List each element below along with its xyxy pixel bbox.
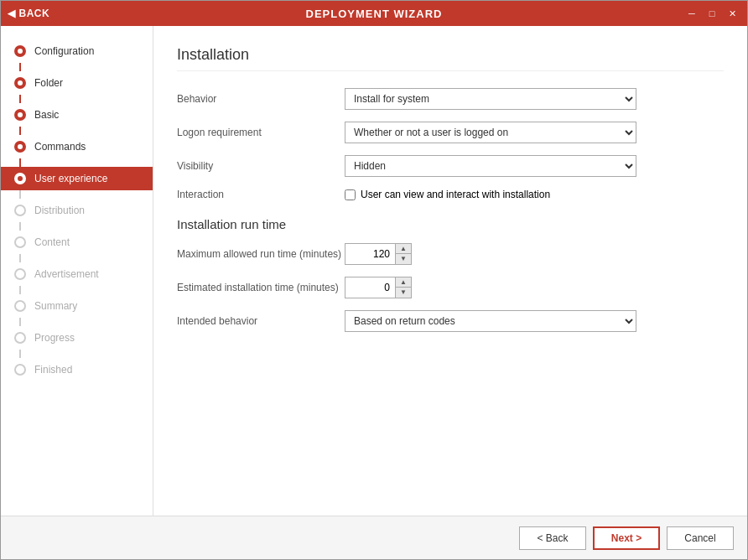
sidebar-circle-user-experience (14, 173, 26, 184)
footer: < Back Next > Cancel (1, 516, 747, 559)
est-time-spinner: ▲ ▼ (345, 277, 724, 298)
max-runtime-up-button[interactable]: ▲ (396, 244, 411, 254)
next-button[interactable]: Next > (593, 526, 660, 550)
max-runtime-spinner-btns: ▲ ▼ (395, 243, 412, 265)
back-label: BACK (19, 8, 50, 19)
visibility-row: Visibility Hidden Normal Minimized Maxim… (177, 155, 724, 177)
visibility-select[interactable]: Hidden Normal Minimized Maximized (345, 155, 636, 177)
est-time-spinner-btns: ▲ ▼ (395, 277, 412, 298)
sidebar-item-distribution: Distribution (1, 199, 153, 222)
title-bar: ◀ BACK DEPLOYMENT WIZARD ─ □ ✕ (1, 1, 747, 26)
sidebar-circle-finished (14, 364, 26, 376)
sidebar-label-content: Content (34, 236, 70, 248)
cancel-button[interactable]: Cancel (667, 526, 734, 550)
connector-10 (19, 350, 21, 358)
window-controls: ─ □ ✕ (683, 6, 740, 21)
intended-behavior-label: Intended behavior (177, 315, 345, 327)
main-panel: Installation Behavior Install for system… (153, 26, 747, 516)
back-arrow-icon: ◀ (8, 8, 16, 19)
sidebar-item-folder[interactable]: Folder (1, 71, 153, 95)
sidebar-label-folder: Folder (34, 77, 63, 89)
sidebar-circle-content (14, 236, 26, 248)
visibility-label: Visibility (177, 160, 345, 172)
behavior-control: Install for system Install for user Inst… (345, 88, 724, 110)
sidebar-item-basic[interactable]: Basic (1, 103, 153, 127)
maximize-button[interactable]: □ (704, 6, 720, 21)
interaction-checkbox-label: User can view and interact with installa… (361, 189, 550, 200)
interaction-control: User can view and interact with installa… (345, 189, 724, 200)
sidebar-label-user-experience: User experience (34, 173, 107, 184)
connector-8 (19, 286, 21, 294)
est-time-up-button[interactable]: ▲ (396, 277, 411, 288)
back-button[interactable]: ◀ BACK (8, 8, 49, 19)
connector-1 (19, 63, 21, 71)
content-area: Configuration Folder Basic Commands User… (1, 26, 747, 516)
sidebar-label-finished: Finished (34, 364, 72, 376)
connector-5 (19, 190, 21, 199)
sidebar-label-configuration: Configuration (34, 45, 94, 57)
est-time-down-button[interactable]: ▼ (396, 288, 411, 298)
sidebar-label-progress: Progress (34, 332, 75, 344)
max-runtime-spinner: ▲ ▼ (345, 243, 724, 265)
connector-3 (19, 127, 21, 135)
subsection-title: Installation run time (177, 217, 724, 231)
sidebar-label-summary: Summary (34, 300, 77, 312)
window-title: DEPLOYMENT WIZARD (306, 8, 443, 20)
max-runtime-down-button[interactable]: ▼ (396, 254, 411, 264)
est-time-label: Estimated installation time (minutes) (177, 282, 345, 293)
title-bar-left: ◀ BACK (8, 8, 49, 19)
connector-2 (19, 95, 21, 103)
sidebar-circle-summary (14, 300, 26, 312)
close-button[interactable]: ✕ (724, 6, 740, 21)
sidebar-item-content: Content (1, 231, 153, 254)
behavior-row: Behavior Install for system Install for … (177, 88, 724, 110)
sidebar-item-user-experience[interactable]: User experience (1, 167, 153, 190)
max-runtime-control: ▲ ▼ (345, 243, 724, 265)
sidebar-circle-distribution (14, 205, 26, 216)
sidebar-circle-commands (14, 141, 26, 153)
logon-row: Logon requirement Whether or not a user … (177, 122, 724, 143)
sidebar-item-configuration[interactable]: Configuration (1, 39, 153, 63)
max-runtime-input[interactable] (345, 243, 395, 265)
back-footer-button[interactable]: < Back (519, 526, 586, 550)
sidebar-item-advertisement: Advertisement (1, 262, 153, 286)
visibility-control: Hidden Normal Minimized Maximized (345, 155, 724, 177)
minimize-button[interactable]: ─ (683, 6, 700, 21)
est-time-control: ▲ ▼ (345, 277, 724, 298)
intended-behavior-control: Based on return codes No specific action… (345, 310, 724, 332)
sidebar-circle-advertisement (14, 268, 26, 280)
intended-behavior-row: Intended behavior Based on return codes … (177, 310, 724, 332)
sidebar: Configuration Folder Basic Commands User… (1, 26, 153, 516)
sidebar-circle-progress (14, 332, 26, 344)
logon-control: Whether or not a user is logged on Only … (345, 122, 724, 143)
sidebar-item-finished: Finished (1, 358, 153, 381)
connector-7 (19, 254, 21, 262)
sidebar-item-progress: Progress (1, 326, 153, 350)
sidebar-circle-basic (14, 109, 26, 121)
sidebar-label-basic: Basic (34, 109, 59, 121)
sidebar-label-distribution: Distribution (34, 205, 85, 216)
sidebar-label-commands: Commands (34, 141, 86, 153)
sidebar-item-commands[interactable]: Commands (1, 135, 153, 158)
deployment-wizard-window: ◀ BACK DEPLOYMENT WIZARD ─ □ ✕ Configura… (0, 0, 748, 560)
connector-4 (19, 158, 21, 167)
behavior-select[interactable]: Install for system Install for user Inst… (345, 88, 636, 110)
sidebar-item-summary: Summary (1, 294, 153, 318)
sidebar-circle-configuration (14, 45, 26, 57)
logon-select[interactable]: Whether or not a user is logged on Only … (345, 122, 636, 143)
logon-label: Logon requirement (177, 127, 345, 138)
section-title: Installation (177, 46, 724, 71)
sidebar-circle-folder (14, 77, 26, 89)
behavior-label: Behavior (177, 93, 345, 105)
intended-behavior-select[interactable]: Based on return codes No specific action… (345, 310, 636, 332)
max-runtime-label: Maximum allowed run time (minutes) (177, 248, 345, 260)
interaction-row: Interaction User can view and interact w… (177, 189, 724, 200)
connector-9 (19, 318, 21, 326)
interaction-checkbox[interactable] (345, 189, 356, 200)
est-time-input[interactable] (345, 277, 395, 298)
connector-6 (19, 222, 21, 231)
est-time-row: Estimated installation time (minutes) ▲ … (177, 277, 724, 298)
sidebar-label-advertisement: Advertisement (34, 268, 99, 280)
interaction-label: Interaction (177, 189, 345, 200)
max-runtime-row: Maximum allowed run time (minutes) ▲ ▼ (177, 243, 724, 265)
